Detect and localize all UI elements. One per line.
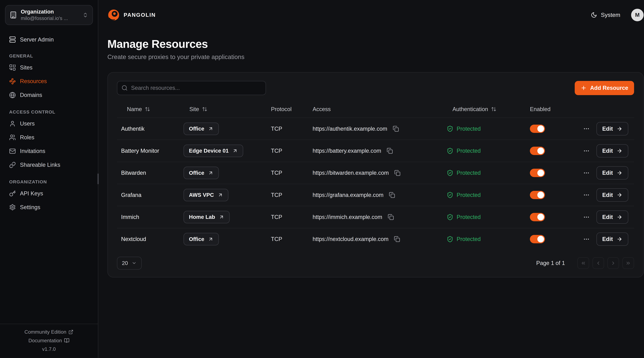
site-link-button[interactable]: Edge Device 01 (184, 145, 243, 157)
table-row: Authentik Office TCP https://authentik.e… (117, 118, 634, 140)
auth-status-badge: Protected (447, 214, 530, 220)
access-url: https://immich.example.com (312, 214, 382, 220)
link-icon (9, 162, 16, 168)
enabled-toggle[interactable] (530, 191, 545, 199)
plus-icon (580, 85, 587, 91)
chevrons-right-icon (626, 260, 631, 266)
arrow-up-right-icon (232, 148, 238, 154)
sidebar-item-invitations[interactable]: Invitations (5, 144, 93, 158)
site-link-button[interactable]: Office (184, 167, 219, 179)
ellipsis-icon (583, 214, 590, 220)
globe-icon (9, 92, 16, 99)
shield-check-icon (447, 236, 454, 242)
edit-button[interactable]: Edit (596, 166, 628, 180)
enabled-toggle[interactable] (530, 169, 545, 177)
enabled-toggle[interactable] (530, 213, 545, 221)
column-header-authentication[interactable]: Authentication (447, 106, 530, 112)
edit-button[interactable]: Edit (596, 122, 628, 135)
arrow-right-icon (616, 148, 622, 154)
last-page-button[interactable] (622, 257, 634, 269)
theme-toggle[interactable]: System (591, 12, 620, 18)
org-selector[interactable]: Organization milo@fossorial.io's ... (5, 5, 93, 25)
resource-name: Immich (121, 214, 184, 220)
edit-button[interactable]: Edit (596, 232, 628, 246)
sidebar-item-settings[interactable]: Settings (5, 200, 93, 214)
resource-protocol: TCP (271, 148, 312, 154)
sidebar-item-api-keys[interactable]: API Keys (5, 187, 93, 200)
mail-icon (9, 148, 16, 155)
site-link-button[interactable]: Office (184, 123, 219, 135)
site-link-button[interactable]: AWS VPC (184, 189, 228, 201)
ellipsis-icon (583, 170, 590, 176)
sites-icon (9, 64, 16, 71)
search-input[interactable] (131, 85, 262, 91)
sidebar-item-roles[interactable]: Roles (5, 131, 93, 144)
copy-url-button[interactable] (386, 147, 394, 155)
nav-sections: GENERAL Sites Resources Domains ACCESS C… (5, 53, 93, 214)
arrow-up-right-icon (208, 170, 214, 176)
arrow-up-right-icon (219, 214, 224, 220)
pangolin-logo-icon (108, 9, 120, 21)
next-page-button[interactable] (608, 257, 619, 269)
page-size-select[interactable]: 20 (117, 257, 142, 270)
copy-url-button[interactable] (387, 213, 395, 221)
row-menu-button[interactable] (582, 213, 591, 221)
community-edition-link[interactable]: Community Edition (24, 329, 74, 335)
copy-url-button[interactable] (392, 125, 400, 133)
edit-button[interactable]: Edit (596, 188, 628, 202)
sidebar: Organization milo@fossorial.io's ... Ser… (0, 0, 98, 358)
version-label: v1.7.0 (42, 346, 56, 352)
chevrons-up-down-icon (82, 12, 88, 18)
resources-card: Add Resource Name Site Protocol Access (108, 72, 644, 277)
arrow-up-right-icon (218, 192, 223, 198)
app-root: Organization milo@fossorial.io's ... Ser… (0, 0, 644, 358)
prev-page-button[interactable] (592, 257, 604, 269)
avatar[interactable]: M (631, 9, 644, 21)
resource-name: Authentik (121, 126, 184, 132)
copy-url-button[interactable] (393, 169, 401, 177)
copy-url-button[interactable] (393, 235, 401, 243)
org-label: Organization (21, 8, 79, 15)
copy-url-button[interactable] (388, 191, 396, 199)
shield-check-icon (447, 214, 454, 220)
site-link-button[interactable]: Office (184, 233, 219, 245)
arrow-right-icon (616, 126, 622, 132)
copy-icon (387, 148, 393, 154)
column-header-site[interactable]: Site (184, 106, 271, 112)
column-header-protocol: Protocol (271, 106, 312, 112)
enabled-toggle[interactable] (530, 235, 545, 243)
enabled-toggle[interactable] (530, 147, 545, 155)
documentation-link[interactable]: Documentation (28, 338, 70, 343)
row-menu-button[interactable] (582, 125, 591, 133)
org-value: milo@fossorial.io's ... (21, 15, 79, 22)
sidebar-item-sites[interactable]: Sites (5, 61, 93, 75)
sidebar-item-resources[interactable]: Resources (5, 74, 93, 88)
resource-protocol: TCP (271, 192, 312, 198)
column-header-name[interactable]: Name (121, 106, 184, 112)
sidebar-item-server-admin[interactable]: Server Admin (5, 33, 93, 46)
row-menu-button[interactable] (582, 147, 591, 155)
ellipsis-icon (583, 192, 590, 198)
sidebar-resize-handle[interactable] (98, 173, 99, 184)
arrow-up-down-icon (202, 106, 207, 112)
column-header-enabled: Enabled (530, 106, 576, 112)
access-url: https://bitwarden.example.com (312, 170, 389, 176)
edit-button[interactable]: Edit (596, 144, 628, 157)
arrow-up-down-icon (145, 106, 150, 112)
sidebar-item-domains[interactable]: Domains (5, 88, 93, 102)
resource-name: Bitwarden (121, 170, 184, 176)
ellipsis-icon (583, 236, 590, 242)
edit-button[interactable]: Edit (596, 210, 628, 224)
row-menu-button[interactable] (582, 235, 591, 243)
add-resource-button[interactable]: Add Resource (575, 81, 634, 95)
site-link-button[interactable]: Home Lab (184, 211, 230, 223)
shield-check-icon (447, 125, 454, 132)
auth-status-badge: Protected (447, 125, 530, 132)
enabled-toggle[interactable] (530, 125, 545, 133)
row-menu-button[interactable] (582, 191, 591, 199)
first-page-button[interactable] (578, 257, 589, 269)
sidebar-item-shareable-links[interactable]: Shareable Links (5, 158, 93, 172)
row-menu-button[interactable] (582, 169, 591, 177)
copy-icon (394, 236, 400, 242)
sidebar-item-users[interactable]: Users (5, 117, 93, 131)
